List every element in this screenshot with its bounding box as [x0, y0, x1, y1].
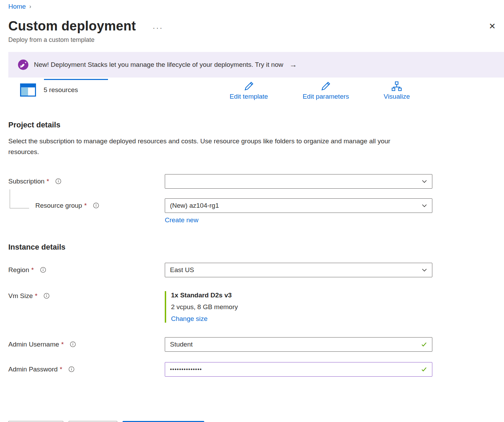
edit-parameters-label: Edit parameters [303, 93, 349, 100]
breadcrumb: Home › [8, 0, 496, 10]
info-icon[interactable] [70, 341, 76, 347]
breadcrumb-home-link[interactable]: Home [8, 3, 26, 10]
rocket-icon [18, 60, 28, 70]
region-row: Region * East US [8, 263, 496, 277]
diagram-icon [391, 81, 402, 92]
vm-size-summary: 1x Standard D2s v3 2 vcpus, 8 GB memory … [165, 291, 432, 323]
page-header: Custom deployment ··· [8, 19, 496, 34]
breadcrumb-chevron-icon: › [29, 3, 31, 10]
vm-size-selection: 1x Standard D2s v3 [171, 291, 432, 299]
pencil-icon [243, 81, 254, 92]
info-icon[interactable] [69, 366, 74, 372]
change-size-link[interactable]: Change size [171, 315, 208, 322]
valid-check-icon [421, 341, 427, 348]
visualize-button[interactable]: Visualize [384, 81, 410, 100]
resources-count: 5 resources [44, 86, 78, 94]
edit-template-button[interactable]: Edit template [230, 81, 268, 100]
info-icon[interactable] [93, 203, 99, 208]
chevron-down-icon [422, 203, 427, 208]
edit-parameters-button[interactable]: Edit parameters [303, 81, 349, 100]
required-asterisk: * [35, 292, 37, 300]
admin-password-input[interactable]: •••••••••••••• [165, 362, 432, 377]
admin-password-label: Admin Password [8, 366, 58, 373]
field-connector-line [10, 189, 29, 208]
vm-size-label: Vm Size [8, 292, 33, 300]
admin-username-input[interactable]: Student [165, 337, 432, 352]
region-label: Region [8, 266, 29, 274]
template-bar: 5 resources Edit template Edit parameter… [8, 81, 496, 100]
close-icon[interactable]: ✕ [489, 21, 496, 31]
admin-password-value: •••••••••••••• [170, 366, 202, 372]
required-asterisk: * [31, 266, 34, 274]
instance-details-heading: Instance details [8, 243, 496, 252]
resource-group-label: Resource group [35, 202, 82, 209]
region-dropdown[interactable]: East US [165, 263, 432, 277]
template-icon [20, 83, 36, 97]
banner-message: New! Deployment Stacks let you manage th… [34, 61, 283, 69]
required-asterisk: * [47, 178, 49, 185]
vm-size-specs: 2 vcpus, 8 GB memory [171, 303, 432, 311]
vm-size-row: Vm Size * 1x Standard D2s v3 2 vcpus, 8 … [8, 291, 496, 323]
admin-username-row: Admin Username * Student [8, 337, 496, 352]
subscription-label: Subscription [8, 178, 45, 185]
required-asterisk: * [61, 341, 64, 348]
deployment-stacks-banner[interactable]: New! Deployment Stacks let you manage th… [8, 52, 504, 78]
info-icon[interactable] [55, 178, 61, 184]
pencil-icon [320, 81, 331, 92]
page-subtitle: Deploy from a custom template [8, 36, 496, 44]
edit-template-label: Edit template [230, 93, 268, 100]
required-asterisk: * [60, 366, 62, 373]
info-icon[interactable] [40, 267, 46, 273]
subscription-dropdown[interactable] [165, 174, 432, 189]
required-asterisk: * [84, 202, 87, 209]
admin-username-label: Admin Username [8, 341, 59, 348]
create-new-link[interactable]: Create new [165, 216, 198, 224]
chevron-down-icon [422, 179, 427, 184]
region-value: East US [170, 266, 194, 274]
project-details-description: Select the subscription to manage deploy… [8, 136, 410, 158]
tab-indicator-fragment [44, 79, 108, 80]
info-icon[interactable] [44, 293, 50, 299]
custom-deployment-page: Home › Custom deployment ··· ✕ Deploy fr… [0, 0, 504, 422]
resource-group-value: (New) az104-rg1 [170, 202, 219, 209]
admin-password-row: Admin Password * •••••••••••••• [8, 362, 496, 377]
valid-check-icon [421, 366, 427, 372]
resource-group-row: Resource group * (New) az104-rg1 [8, 198, 496, 213]
visualize-label: Visualize [384, 93, 410, 100]
subscription-row: Subscription * [8, 174, 496, 189]
page-title: Custom deployment [8, 19, 136, 34]
admin-username-value: Student [170, 341, 193, 348]
project-details-heading: Project details [8, 120, 496, 129]
more-options-icon[interactable]: ··· [153, 23, 163, 30]
chevron-down-icon [422, 267, 427, 273]
arrow-right-icon: → [289, 60, 297, 69]
resource-group-dropdown[interactable]: (New) az104-rg1 [165, 198, 432, 213]
